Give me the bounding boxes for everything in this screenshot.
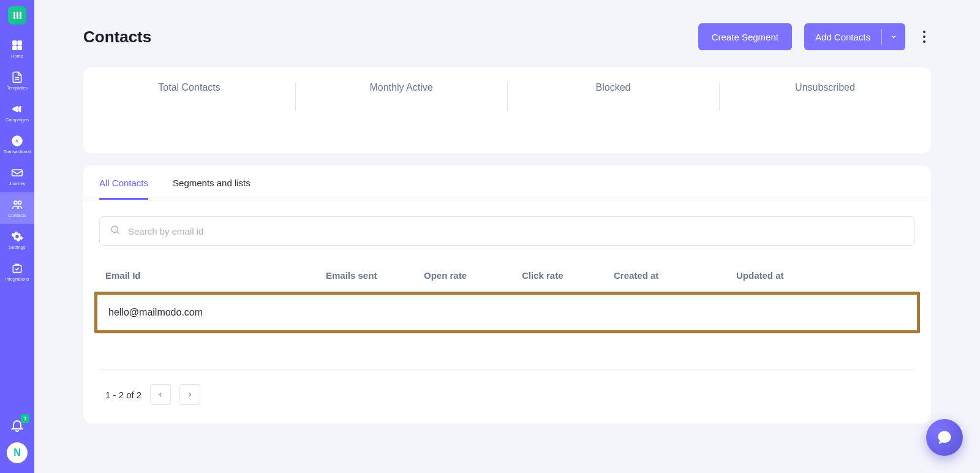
cell-created: [617, 307, 739, 318]
sidebar: Home Templates Campaigns Transactional J…: [0, 0, 34, 473]
sidebar-item-transactional[interactable]: Transactional: [0, 129, 34, 161]
table-row[interactable]: hello@mailmodo.com: [94, 292, 920, 333]
svg-line-12: [117, 232, 119, 233]
search-input[interactable]: [128, 226, 905, 236]
avatar[interactable]: N: [7, 442, 28, 463]
integrations-icon: [11, 262, 23, 274]
create-segment-button[interactable]: Create Segment: [698, 23, 792, 50]
megaphone-icon: [11, 103, 23, 115]
button-label: Add Contacts: [804, 23, 881, 50]
home-icon: [11, 39, 23, 51]
svg-rect-7: [12, 170, 23, 176]
sidebar-nav: Home Templates Campaigns Transactional J…: [0, 33, 34, 288]
stat-label: Monthly Active: [369, 82, 432, 93]
sidebar-item-contacts[interactable]: Contacts: [0, 192, 34, 224]
header-actions: Create Segment Add Contacts: [698, 23, 931, 50]
stat-label: Unsubscribed: [795, 82, 855, 93]
sidebar-item-label: Integrations: [5, 277, 29, 282]
svg-point-11: [111, 226, 118, 233]
cell-click: [525, 307, 617, 318]
col-header-click: Click rate: [522, 270, 614, 281]
cell-sent: [329, 307, 427, 318]
prev-page-button[interactable]: [150, 384, 171, 405]
stat-blocked: Blocked: [507, 82, 719, 138]
next-page-button[interactable]: [179, 384, 200, 405]
search-icon: [110, 224, 121, 238]
chevron-down-icon[interactable]: [882, 23, 905, 50]
stat-label: Total Contacts: [158, 82, 220, 93]
stat-label: Blocked: [596, 82, 631, 93]
sidebar-item-label: Settings: [9, 245, 25, 250]
button-label: Create Segment: [712, 32, 778, 42]
svg-point-8: [14, 201, 17, 204]
sidebar-item-label: Templates: [7, 86, 28, 91]
col-header-sent: Emails sent: [326, 270, 424, 281]
pagination-text: 1 - 2 of 2: [105, 390, 141, 400]
stat-total-contacts: Total Contacts: [83, 82, 295, 138]
svg-rect-3: [18, 46, 22, 50]
file-icon: [11, 71, 23, 83]
svg-rect-2: [13, 46, 17, 50]
divider: [99, 369, 915, 369]
sidebar-item-label: Journey: [9, 181, 26, 186]
contacts-icon: [11, 199, 23, 211]
avatar-initial: N: [13, 447, 21, 458]
main-content: Contacts Create Segment Add Contacts Tot…: [34, 0, 980, 473]
svg-rect-0: [13, 41, 17, 45]
tabs: All Contacts Segments and lists: [83, 165, 931, 200]
cell-email: hello@mailmodo.com: [108, 307, 329, 318]
sidebar-item-settings[interactable]: Settings: [0, 224, 34, 256]
stat-unsubscribed: Unsubscribed: [719, 82, 931, 138]
col-header-created: Created at: [614, 270, 736, 281]
search-wrap: [99, 216, 915, 246]
sidebar-item-home[interactable]: Home: [0, 33, 34, 65]
sidebar-item-label: Transactional: [4, 149, 31, 154]
chat-fab[interactable]: [926, 419, 963, 456]
more-actions-button[interactable]: [918, 28, 931, 45]
bolt-icon: [11, 135, 23, 147]
sidebar-item-label: Contacts: [8, 213, 26, 218]
contacts-table-card: All Contacts Segments and lists Email Id…: [83, 165, 931, 423]
page-header: Contacts Create Segment Add Contacts: [83, 0, 931, 50]
gear-icon: [11, 230, 23, 243]
add-contacts-button[interactable]: Add Contacts: [804, 23, 905, 50]
sidebar-item-campaigns[interactable]: Campaigns: [0, 97, 34, 129]
cell-updated: [739, 307, 850, 318]
sidebar-item-label: Campaigns: [6, 118, 29, 123]
svg-rect-1: [18, 41, 22, 45]
notifications-button[interactable]: 1: [10, 418, 24, 433]
table-header: Email Id Emails sent Open rate Click rat…: [83, 246, 931, 292]
notification-badge: 1: [21, 414, 29, 423]
stat-monthly-active: Monthly Active: [295, 82, 507, 138]
tab-all-contacts[interactable]: All Contacts: [99, 165, 148, 200]
app-logo: [8, 6, 26, 25]
svg-point-9: [18, 201, 21, 204]
sidebar-item-integrations[interactable]: Integrations: [0, 256, 34, 288]
cell-open: [427, 307, 525, 318]
page-title: Contacts: [83, 28, 151, 47]
tab-segments-lists[interactable]: Segments and lists: [173, 165, 251, 200]
col-header-open: Open rate: [424, 270, 522, 281]
stats-card: Total Contacts Monthly Active Blocked Un…: [83, 67, 931, 153]
col-header-email: Email Id: [105, 270, 326, 281]
sidebar-item-label: Home: [11, 54, 23, 59]
pagination: 1 - 2 of 2: [83, 384, 931, 405]
sidebar-item-templates[interactable]: Templates: [0, 65, 34, 97]
sidebar-item-journey[interactable]: Journey: [0, 161, 34, 192]
journey-icon: [11, 167, 23, 179]
col-header-updated: Updated at: [736, 270, 846, 281]
